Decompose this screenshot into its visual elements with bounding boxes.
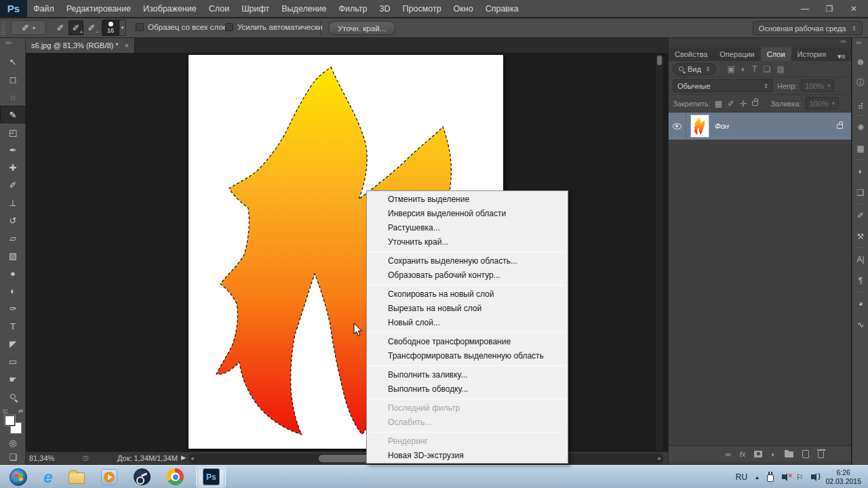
chrome-icon[interactable] [167, 468, 184, 485]
document-tab[interactable]: s6.jpg @ 81,3% (RGB/8) * × [26, 38, 135, 53]
menu-item-new-layer[interactable]: Новый слой... [367, 316, 568, 330]
checkbox-icon[interactable] [136, 23, 144, 31]
menu-image[interactable]: Изображение [137, 0, 203, 17]
menu-help[interactable]: Справка [479, 0, 525, 17]
menu-item-feather[interactable]: Растушевка... [367, 221, 568, 235]
menu-item-refine-edge[interactable]: Уточнить край... [367, 235, 568, 249]
crop-tool[interactable]: ◰ [0, 123, 26, 141]
options-bar-grip[interactable] [1, 21, 5, 35]
collapse-chevrons-icon[interactable]: »» [5, 39, 11, 46]
show-hidden-icons-button[interactable]: ▴ [755, 474, 759, 481]
menu-edit[interactable]: Редактирование [60, 0, 137, 17]
foreground-color-swatch[interactable] [4, 415, 16, 426]
menu-3d[interactable]: 3D [374, 0, 397, 17]
blend-mode-dropdown[interactable]: Обычные ⇕ [673, 79, 773, 92]
close-tab-icon[interactable]: × [125, 41, 129, 49]
fill-dropdown[interactable]: 100% ▾ [806, 97, 839, 110]
internet-explorer-icon[interactable]: e [43, 468, 52, 486]
adjustments-panel-icon[interactable]: ◐ [852, 161, 868, 182]
brush-tool[interactable]: ✐ [0, 176, 26, 194]
menu-item-layer-via-copy[interactable]: Скопировать на новый слой [367, 287, 568, 302]
delete-layer-icon[interactable] [818, 451, 824, 458]
menu-filter[interactable]: Фильтр [333, 0, 374, 17]
rectangle-tool[interactable]: ▭ [0, 352, 26, 370]
filter-smart-objects-icon[interactable]: ▤ [776, 64, 784, 74]
swatches-panel-icon[interactable]: ▦ [852, 138, 868, 159]
history-brush-tool[interactable]: ↺ [0, 211, 26, 229]
tab-history[interactable]: История [791, 47, 833, 61]
subtract-from-selection-button[interactable]: ✐− [84, 20, 99, 35]
volume-icon[interactable] [811, 474, 814, 479]
layer-visibility-cell[interactable] [669, 113, 686, 140]
scroll-left-arrow-icon[interactable]: ◂ [191, 455, 194, 462]
hand-tool[interactable]: ☛ [0, 370, 26, 388]
tab-layers[interactable]: Слои [761, 47, 791, 61]
new-group-icon[interactable] [785, 451, 793, 458]
layer-style-icon[interactable]: fx [740, 450, 746, 458]
sample-all-layers-checkbox[interactable]: Образец со всех слоев [136, 23, 231, 31]
workspace-selector[interactable]: Основная рабочая среда ⇕ [753, 21, 863, 35]
menu-item-stroke[interactable]: Выполнить обводку... [367, 382, 568, 396]
menu-item-layer-via-cut[interactable]: Вырезать на новый слой [367, 302, 568, 316]
menu-item-transform-selection[interactable]: Трансформировать выделенную область [367, 349, 568, 363]
lasso-tool[interactable]: ◌ [0, 88, 26, 106]
eyedropper-tool[interactable]: ✒ [0, 141, 26, 159]
paragraph-panel-icon[interactable]: ¶ [852, 270, 868, 291]
muted-device-icon[interactable] [782, 474, 785, 479]
media-player-icon[interactable] [101, 469, 117, 485]
panel-menu-icon[interactable]: ▾≡ [837, 52, 851, 61]
eraser-tool[interactable]: ▱ [0, 229, 26, 247]
menu-item-deselect[interactable]: Отменить выделение [367, 192, 568, 207]
refine-edge-button[interactable]: Уточн. край... [328, 21, 395, 35]
menu-window[interactable]: Окно [448, 0, 479, 17]
tool-presets-panel-icon[interactable]: ⚒ [852, 226, 868, 247]
status-flyout-arrow-icon[interactable]: ▶ [181, 454, 186, 461]
dodge-tool[interactable]: ◐ [0, 282, 26, 300]
menu-type[interactable]: Шрифт [235, 0, 275, 17]
layer-filter-kind-dropdown[interactable]: Вид ⇕ [673, 63, 716, 75]
vertical-scrollbar[interactable] [656, 54, 663, 451]
blur-tool[interactable]: ● [0, 264, 26, 282]
screen-mode-icon[interactable]: ❏ [9, 452, 17, 462]
layer-name[interactable]: Фон [715, 122, 729, 130]
brush-size-picker[interactable]: 16 ▾ [102, 20, 126, 36]
quick-selection-tool[interactable]: ✎ [0, 106, 26, 123]
rectangular-marquee-tool[interactable]: ◻ [0, 70, 26, 88]
swap-colors-icon[interactable]: ⇄ [18, 408, 23, 414]
path-selection-tool[interactable]: ◤ [0, 335, 26, 352]
vertical-scrollbar-thumb[interactable] [657, 56, 662, 65]
tab-actions[interactable]: Операции [713, 47, 760, 61]
checkbox-icon[interactable] [225, 23, 233, 31]
layer-thumbnail[interactable] [690, 115, 709, 138]
lock-position-icon[interactable]: ✛ [740, 99, 747, 108]
dock-collapse-chevrons-icon[interactable]: »» [669, 38, 851, 47]
type-tool[interactable]: T [0, 317, 26, 335]
add-to-selection-button[interactable]: ✐+ [68, 20, 83, 35]
zoom-tool[interactable] [0, 388, 26, 405]
healing-brush-tool[interactable]: ✚ [0, 159, 26, 176]
new-layer-icon[interactable] [802, 450, 809, 458]
tab-properties[interactable]: Свойства [669, 47, 713, 61]
lock-all-icon[interactable] [752, 101, 758, 106]
zoom-level-field[interactable]: 81,34% [29, 454, 54, 462]
clone-stamp-tool[interactable]: ⊥ [0, 194, 26, 211]
character-panel-icon[interactable]: A| [852, 249, 868, 270]
filter-adjustment-layers-icon[interactable]: ◐ [741, 64, 746, 74]
photoshop-taskbar-button[interactable]: Ps [196, 467, 226, 487]
new-selection-button[interactable]: ✐ [53, 20, 68, 35]
close-button[interactable]: ✕ [846, 4, 861, 14]
menu-view[interactable]: Просмотр [397, 0, 448, 17]
lock-pixels-icon[interactable]: ✐ [728, 99, 734, 108]
default-colors-icon[interactable]: ◱ [3, 408, 8, 414]
navigator-panel-icon[interactable]: ☸ [852, 52, 868, 73]
menu-item-inverse-selection[interactable]: Инверсия выделенной области [367, 207, 568, 221]
strip-collapse-chevrons-icon[interactable]: »» [856, 39, 861, 46]
restore-button[interactable]: ❐ [822, 4, 837, 14]
brush-size-dropdown-arrow[interactable]: ▾ [119, 20, 126, 36]
menu-item-new-3d-extrusion[interactable]: Новая 3D-экструзия [367, 449, 568, 463]
new-adjustment-layer-icon[interactable]: ◐ [771, 450, 776, 458]
styles-panel-icon[interactable]: ❑ [852, 182, 868, 203]
menu-item-save-selection[interactable]: Сохранить выделенную область... [367, 254, 568, 268]
filter-pixel-layers-icon[interactable]: ▣ [727, 64, 734, 74]
add-layer-mask-icon[interactable] [754, 451, 762, 458]
